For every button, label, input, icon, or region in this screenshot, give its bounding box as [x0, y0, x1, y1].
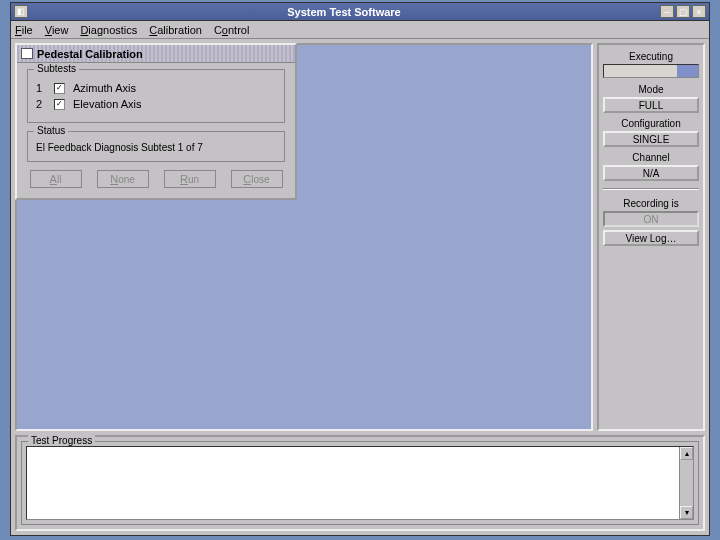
menubar: File View Diagnostics Calibration Contro… — [11, 21, 709, 39]
menu-calibration[interactable]: Calibration — [149, 24, 202, 36]
channel-label: Channel — [603, 152, 699, 163]
separator — [603, 188, 699, 190]
window-title: System Test Software — [28, 6, 660, 18]
maximize-button[interactable]: ▢ — [676, 5, 690, 18]
mode-label: Mode — [603, 84, 699, 95]
azimuth-checkbox[interactable]: ✓ — [54, 83, 65, 94]
dialog-titlebar[interactable]: Pedestal Calibration — [17, 45, 295, 63]
none-button[interactable]: None — [97, 170, 149, 188]
subtest-row-1: 1 ✓ Azimuth Axis — [36, 82, 276, 94]
window-controls: – ▢ × — [660, 5, 706, 18]
test-progress-fieldset: Test Progress ▴ ▾ — [21, 441, 699, 525]
menu-view[interactable]: View — [45, 24, 69, 36]
close-button[interactable]: Close — [231, 170, 283, 188]
configuration-button[interactable]: SINGLE — [603, 131, 699, 147]
run-button[interactable]: Run — [164, 170, 216, 188]
test-progress-panel: Test Progress ▴ ▾ — [15, 435, 705, 531]
status-fieldset: Status El Feedback Diagnosis Subtest 1 o… — [27, 131, 285, 162]
main-window: ◧ System Test Software – ▢ × File View D… — [10, 2, 710, 536]
dialog-button-row: All None Run Close — [27, 170, 285, 188]
progress-fill — [677, 65, 698, 77]
scrollbar[interactable]: ▴ ▾ — [679, 447, 693, 519]
menu-control[interactable]: Control — [214, 24, 249, 36]
all-button[interactable]: All — [30, 170, 82, 188]
channel-button[interactable]: N/A — [603, 165, 699, 181]
dialog-title: Pedestal Calibration — [37, 48, 143, 60]
status-legend: Status — [34, 125, 68, 136]
menu-file[interactable]: File — [15, 24, 33, 36]
elevation-checkbox[interactable]: ✓ — [54, 99, 65, 110]
subtests-legend: Subtests — [34, 63, 79, 74]
test-progress-list[interactable]: ▴ ▾ — [26, 446, 694, 520]
close-window-button[interactable]: × — [692, 5, 706, 18]
body-area: Pedestal Calibration Subtests 1 ✓ Azimut… — [11, 39, 709, 435]
minimize-button[interactable]: – — [660, 5, 674, 18]
menu-diagnostics[interactable]: Diagnostics — [80, 24, 137, 36]
scroll-up-icon[interactable]: ▴ — [680, 447, 693, 460]
executing-progress — [603, 64, 699, 78]
pedestal-calibration-dialog: Pedestal Calibration Subtests 1 ✓ Azimut… — [15, 43, 297, 200]
status-panel: Executing Mode FULL Configuration SINGLE… — [597, 43, 705, 431]
subtests-fieldset: Subtests 1 ✓ Azimuth Axis 2 ✓ Elevation … — [27, 69, 285, 123]
dialog-icon — [21, 48, 33, 59]
dialog-body: Subtests 1 ✓ Azimuth Axis 2 ✓ Elevation … — [17, 63, 295, 198]
system-menu-icon[interactable]: ◧ — [14, 5, 28, 18]
scroll-down-icon[interactable]: ▾ — [680, 506, 693, 519]
test-progress-legend: Test Progress — [28, 435, 95, 446]
recording-state: ON — [603, 211, 699, 227]
subtest-label: Elevation Axis — [73, 98, 141, 110]
scroll-track[interactable] — [680, 460, 693, 506]
recording-label: Recording is — [603, 198, 699, 209]
titlebar: ◧ System Test Software – ▢ × — [11, 3, 709, 21]
subtest-label: Azimuth Axis — [73, 82, 136, 94]
subtest-number: 2 — [36, 98, 46, 110]
configuration-label: Configuration — [603, 118, 699, 129]
subtest-row-2: 2 ✓ Elevation Axis — [36, 98, 276, 110]
status-text: El Feedback Diagnosis Subtest 1 of 7 — [36, 140, 276, 153]
workspace-canvas: Pedestal Calibration Subtests 1 ✓ Azimut… — [15, 43, 593, 431]
executing-label: Executing — [603, 51, 699, 62]
subtest-number: 1 — [36, 82, 46, 94]
mode-button[interactable]: FULL — [603, 97, 699, 113]
view-log-button[interactable]: View Log… — [603, 230, 699, 246]
